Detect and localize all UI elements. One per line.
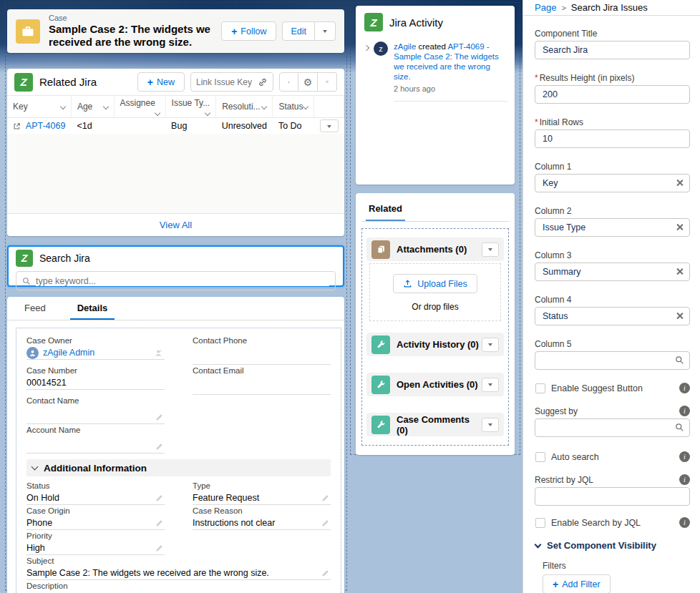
link-issue-key-field[interactable] [190, 72, 273, 92]
field-column-1: Column 1 [535, 162, 690, 192]
search-jira-field[interactable] [16, 271, 336, 290]
upload-icon [403, 279, 412, 288]
section-collapse-button[interactable] [482, 242, 499, 257]
column-header-status[interactable]: Status [273, 96, 314, 118]
field-account-name: Account Name [26, 425, 165, 454]
file-drop-zone[interactable]: Upload Files Or drop files [369, 263, 501, 321]
activity-actor-link[interactable]: zAgile [394, 42, 416, 51]
column-5-input[interactable] [535, 351, 690, 370]
search-jira-component[interactable]: Z Search Jira [7, 245, 344, 287]
issue-key-link[interactable]: APT-4069 [26, 121, 66, 131]
related-list-activity-history[interactable]: Activity History (0) [366, 333, 504, 356]
wrench-icon [371, 376, 390, 394]
column-4-input[interactable] [535, 307, 690, 325]
field-restrict-jql: Restrict by JQLi [535, 474, 690, 506]
set-component-visibility-toggle[interactable]: Set Component Visibility [535, 540, 690, 551]
edit-pencil-icon[interactable] [321, 494, 329, 502]
header-more-actions-button[interactable] [315, 21, 336, 41]
add-filter-button[interactable]: + Add Filter [543, 574, 611, 593]
drop-files-text: Or drop files [370, 302, 500, 312]
search-keyword-input[interactable] [36, 276, 329, 286]
field-case-origin: Case Origin Phone [26, 506, 165, 530]
related-list-open-activities[interactable]: Open Activities (0) [366, 373, 504, 396]
link-issue-key-input[interactable] [196, 77, 258, 87]
assign-user-button[interactable] [279, 72, 298, 92]
field-case-owner: Case Owner zAgile Admin [26, 335, 165, 365]
clear-icon[interactable] [676, 223, 684, 231]
case-highlights-panel: Case Sample Case 2: The widgets we recei… [7, 9, 344, 53]
case-owner-link[interactable]: zAgile Admin [43, 346, 94, 359]
row-actions-button[interactable] [320, 119, 339, 132]
info-icon[interactable]: i [679, 406, 690, 416]
edit-button[interactable]: Edit [282, 21, 315, 41]
chevron-down-icon [488, 343, 492, 348]
auto-search-checkbox[interactable] [535, 452, 545, 462]
related-list-attachments[interactable]: Attachments (0) [366, 237, 504, 261]
card-title: Search Jira [39, 253, 336, 264]
info-icon[interactable]: i [679, 474, 690, 485]
section-additional-information[interactable]: Additional Information [26, 459, 331, 476]
wrench-icon [371, 416, 390, 434]
tab-related[interactable]: Related [366, 203, 405, 221]
column-1-input[interactable] [535, 174, 690, 192]
enable-suggest-checkbox[interactable] [535, 383, 545, 393]
enable-search-jql-checkbox[interactable] [535, 518, 545, 528]
field-contact-phone: Contact Phone [193, 335, 331, 365]
new-issue-button[interactable]: +New [137, 72, 185, 92]
restrict-jql-input[interactable] [535, 487, 690, 506]
avatar [26, 347, 39, 359]
edit-pencil-icon[interactable] [155, 443, 163, 451]
section-collapse-button[interactable] [482, 378, 499, 392]
user-up-icon [288, 77, 290, 87]
info-icon[interactable]: i [679, 517, 690, 528]
edit-pencil-icon[interactable] [321, 519, 329, 527]
chevron-down-icon [60, 104, 66, 109]
edit-pencil-icon[interactable] [155, 494, 163, 502]
external-link-icon [13, 122, 21, 130]
breadcrumb-page-link[interactable]: Page [535, 2, 556, 13]
section-collapse-button[interactable] [482, 338, 499, 352]
change-owner-icon[interactable] [155, 348, 163, 357]
clear-icon[interactable] [676, 179, 684, 187]
case-icon [16, 19, 40, 44]
chevron-down-icon [488, 383, 492, 388]
chevron-down-icon [205, 110, 210, 116]
chevron-right-icon[interactable] [364, 45, 369, 51]
column-header-assignee[interactable]: Assignee [114, 96, 165, 118]
column-header-issue-type[interactable]: Issue Ty... [165, 96, 216, 118]
breadcrumb-current: Search Jira Issues [571, 2, 648, 13]
view-all-link[interactable]: View All [160, 220, 192, 230]
component-title-input[interactable] [535, 41, 690, 59]
field-suggest-by: Suggest byi [535, 406, 690, 437]
related-list-case-comments[interactable]: Case Comments (0) [366, 413, 504, 436]
results-height-input[interactable] [535, 85, 690, 104]
field-case-number: Case Number 00014521 [26, 366, 165, 395]
column-header-age[interactable]: Age [71, 96, 114, 118]
section-collapse-button[interactable] [482, 418, 499, 432]
column-header-key[interactable]: Key [7, 96, 71, 118]
info-icon[interactable]: i [679, 451, 690, 462]
suggest-by-input[interactable] [535, 418, 690, 437]
follow-button[interactable]: +Follow [221, 21, 276, 41]
edit-pencil-icon[interactable] [155, 519, 163, 527]
edit-pencil-icon[interactable] [155, 544, 163, 552]
chevron-down-icon [327, 125, 331, 130]
tab-details[interactable]: Details [70, 303, 115, 320]
upload-files-button[interactable]: Upload Files [393, 274, 477, 293]
edit-pencil-icon[interactable] [321, 569, 329, 577]
column-3-input[interactable] [535, 263, 690, 281]
chevron-down-icon [303, 104, 308, 109]
field-subject: Subject Sample Case 2: The widgets we re… [26, 556, 331, 580]
column-header-resolution[interactable]: Resoluti... [216, 96, 273, 118]
field-contact-email: Contact Email [193, 366, 331, 395]
clear-icon[interactable] [676, 312, 684, 320]
column-2-input[interactable] [535, 218, 690, 237]
edit-pencil-icon[interactable] [155, 413, 163, 421]
clear-icon[interactable] [676, 268, 684, 275]
tab-feed[interactable]: Feed [17, 303, 53, 320]
info-icon[interactable]: i [679, 383, 690, 393]
field-case-reason: Case Reason Instructions not clear [193, 506, 331, 530]
refresh-icon[interactable] [318, 72, 337, 92]
settings-gear-icon[interactable]: ⚙ [298, 72, 318, 92]
initial-rows-input[interactable] [535, 129, 690, 148]
